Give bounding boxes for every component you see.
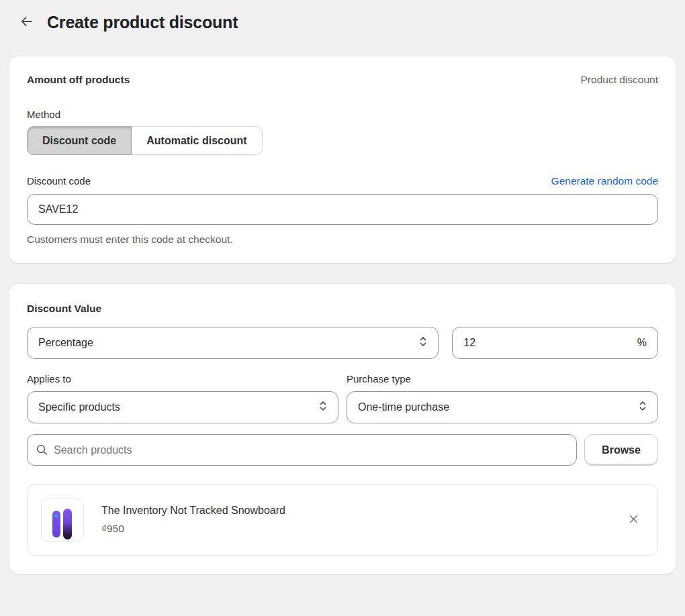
discount-value-card: Discount Value Percentage % Applies to P…: [9, 284, 676, 574]
applies-to-select[interactable]: Specific products: [27, 391, 338, 423]
purchase-type-select[interactable]: One-time purchase: [347, 391, 658, 423]
search-products-input[interactable]: [54, 444, 568, 456]
chevron-updown-icon: [418, 336, 428, 350]
purchase-type-selected: One-time purchase: [358, 401, 449, 413]
card-heading: Amount off products: [27, 74, 130, 86]
method-option-automatic-discount[interactable]: Automatic discount: [132, 126, 262, 155]
product-title: The Inventory Not Tracked Snowboard: [101, 505, 608, 517]
page-title: Create product discount: [47, 13, 238, 32]
back-button[interactable]: [17, 13, 36, 32]
snowboard-image: [63, 509, 72, 540]
remove-product-button[interactable]: [625, 512, 641, 528]
amount-off-products-card: Amount off products Product discount Met…: [9, 56, 676, 263]
close-icon: [628, 513, 639, 527]
snowboard-image: [52, 511, 60, 537]
discount-value-heading: Discount Value: [27, 303, 658, 315]
search-icon: [36, 444, 48, 456]
chevron-updown-icon: [637, 400, 648, 415]
value-type-select[interactable]: Percentage: [27, 327, 439, 359]
method-segmented-control: Discount code Automatic discount: [27, 126, 263, 155]
product-search-field: [27, 434, 577, 466]
back-arrow-icon: [19, 14, 34, 31]
value-amount-input[interactable]: [463, 337, 637, 349]
applies-to-selected: Specific products: [38, 401, 120, 413]
value-amount-field: %: [452, 327, 658, 359]
generate-random-code-link[interactable]: Generate random code: [551, 175, 658, 187]
applies-to-label: Applies to: [27, 373, 338, 384]
browse-button[interactable]: Browse: [584, 434, 658, 466]
page-header: Create product discount: [0, 0, 685, 38]
create-product-discount-page: Create product discount Amount off produ…: [0, 0, 685, 616]
product-thumbnail: [41, 499, 84, 542]
product-info: The Inventory Not Tracked Snowboard ₫950: [101, 505, 608, 535]
discount-code-help-text: Customers must enter this code at checko…: [27, 234, 658, 246]
percent-suffix: %: [637, 337, 647, 349]
value-type-selected: Percentage: [38, 337, 93, 349]
product-discount-type-label: Product discount: [581, 74, 658, 86]
discount-code-input[interactable]: [27, 194, 658, 225]
method-label: Method: [27, 109, 658, 120]
selected-product-row: The Inventory Not Tracked Snowboard ₫950: [27, 484, 658, 556]
product-price: ₫950: [101, 523, 608, 535]
discount-code-label: Discount code: [27, 175, 91, 187]
purchase-type-label: Purchase type: [347, 373, 658, 384]
method-option-discount-code[interactable]: Discount code: [27, 126, 132, 155]
chevron-updown-icon: [318, 400, 328, 415]
